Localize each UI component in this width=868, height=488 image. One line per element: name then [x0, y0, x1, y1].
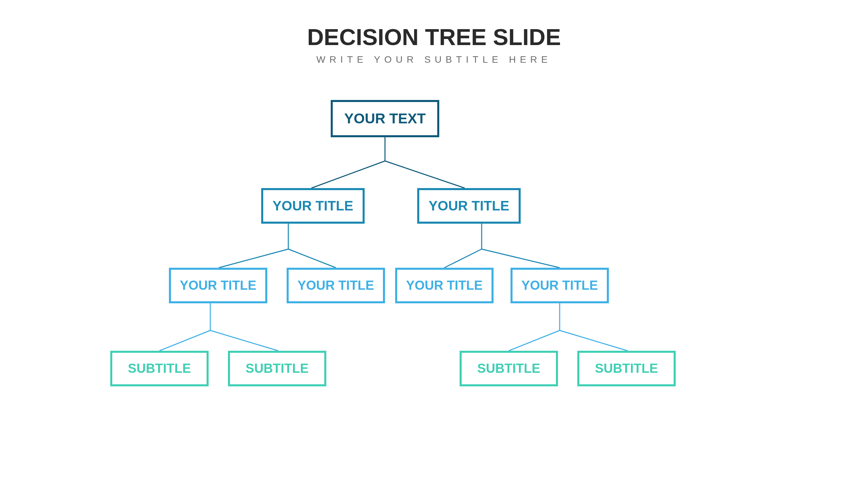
tree-level2-node: YOUR TITLE [287, 268, 385, 303]
tree-level3-node: SUBTITLE [577, 351, 676, 386]
tree-level2-node: YOUR TITLE [510, 268, 609, 303]
tree-level2-node: YOUR TITLE [169, 268, 267, 303]
svg-line-1 [311, 161, 385, 188]
tree-level3-node: SUBTITLE [110, 351, 209, 386]
svg-line-2 [385, 161, 465, 188]
slide-subtitle: WRITE YOUR SUBTITLE HERE [0, 54, 868, 65]
svg-line-4 [219, 249, 288, 268]
tree-level3-node: SUBTITLE [228, 351, 326, 386]
tree-level2-node: YOUR TITLE [395, 268, 494, 303]
tree-root-node: YOUR TEXT [331, 100, 439, 137]
svg-line-5 [288, 249, 336, 268]
tree-level1-node: YOUR TITLE [417, 188, 521, 224]
svg-line-11 [210, 330, 278, 351]
tree-level3-node: SUBTITLE [460, 351, 558, 386]
svg-line-13 [509, 330, 560, 351]
tree-level1-node: YOUR TITLE [261, 188, 365, 224]
svg-line-10 [159, 330, 210, 351]
svg-line-8 [482, 249, 560, 268]
svg-line-14 [560, 330, 628, 351]
slide-title: DECISION TREE SLIDE [0, 24, 868, 50]
svg-line-7 [444, 249, 482, 268]
tree-connectors [0, 0, 868, 488]
